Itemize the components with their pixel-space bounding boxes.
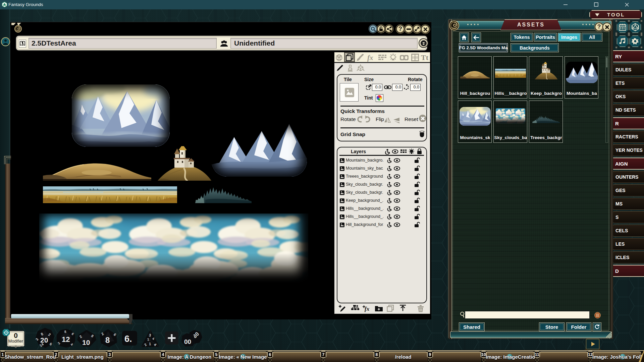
svg-text:8: 8 <box>105 336 110 345</box>
svg-text:1: 1 <box>149 342 151 346</box>
svg-text:10: 10 <box>82 339 90 346</box>
svg-text:12: 12 <box>62 335 70 344</box>
svg-text:Tt: Tt <box>421 53 429 62</box>
svg-text:00: 00 <box>184 338 191 345</box>
svg-text:fx: fx <box>367 54 373 62</box>
svg-text:6.: 6. <box>124 334 132 344</box>
svg-text:fx: fx <box>365 306 370 312</box>
